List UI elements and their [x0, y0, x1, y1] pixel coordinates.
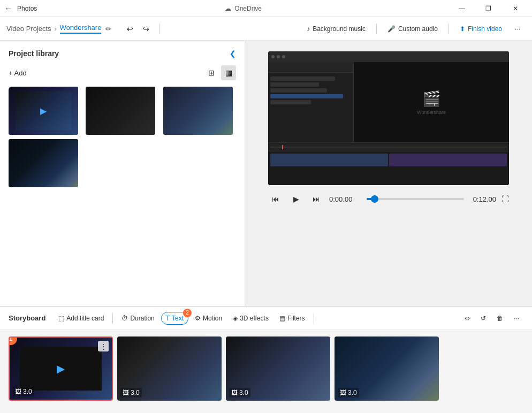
storyboard-toolbar: Storyboard ⬚ Add title card ⏱ Duration T…: [0, 307, 532, 330]
video-preview: 🎬 Wondershare: [268, 51, 509, 185]
music-icon: ♪: [307, 25, 310, 33]
media-thumbnail: [163, 87, 233, 135]
cloud-icon: ☁: [225, 5, 231, 12]
duration-button[interactable]: ⏱ Duration: [117, 312, 158, 324]
play-button[interactable]: ▶: [288, 192, 303, 206]
storyboard-duration-2: 🖼 3.0: [120, 388, 142, 397]
window-controls[interactable]: — ❐ ✕: [450, 0, 528, 17]
media-thumbnail: [9, 139, 78, 187]
rotate-button[interactable]: ↺: [476, 312, 490, 324]
delete-button[interactable]: 🗑: [492, 312, 507, 324]
storyboard-more-button[interactable]: ···: [510, 312, 523, 324]
background-music-label: Background music: [313, 25, 366, 33]
storyboard-title: Storyboard: [9, 314, 45, 322]
skip-forward-button[interactable]: ⏭: [309, 192, 324, 206]
storyboard-item-1[interactable]: ▶ 1 🖼 3.0 ⋮: [9, 336, 113, 401]
custom-audio-label: Custom audio: [398, 25, 438, 33]
text-icon: T: [166, 315, 170, 322]
finish-video-button[interactable]: ⬆ Finish video: [454, 23, 507, 35]
maximize-button[interactable]: ❐: [476, 0, 501, 17]
duration-icon: 🖼: [15, 388, 21, 395]
breadcrumb-separator: ›: [55, 25, 57, 33]
text-label: Text: [172, 315, 184, 322]
add-title-card-label: Add title card: [66, 315, 104, 322]
text-button-wrap: T Text 2: [161, 312, 188, 325]
filters-button[interactable]: ▤ Filters: [275, 312, 309, 324]
storyboard-item-menu-1[interactable]: ⋮: [98, 341, 109, 351]
storyboard-duration-4: 🖼 3.0: [338, 388, 359, 397]
duration-label: Duration: [130, 315, 154, 322]
media-thumbnail: ▶: [9, 87, 78, 135]
onedrive-area: ☁ OneDrive: [225, 5, 262, 12]
app-title: Photos: [17, 5, 37, 12]
seek-bar[interactable]: [367, 198, 464, 200]
collapse-button[interactable]: ❮: [230, 49, 236, 58]
minimize-button[interactable]: —: [450, 0, 474, 17]
breadcrumb-wondershare[interactable]: Wondershare: [60, 24, 102, 34]
media-grid: ▶: [9, 87, 236, 187]
duration-icon: ⏱: [121, 315, 128, 322]
text-badge: 2: [183, 309, 192, 317]
split-icon: ⇔: [465, 315, 470, 322]
undo-button[interactable]: ↩: [123, 21, 138, 36]
more-options-icon: ···: [514, 315, 519, 322]
duration-value: 3.0: [23, 388, 32, 395]
trash-icon: 🗑: [497, 315, 503, 322]
storyboard-item-4[interactable]: 🖼 3.0: [335, 336, 439, 401]
media-item[interactable]: [86, 87, 155, 135]
storyboard-item-2[interactable]: 🖼 3.0: [117, 336, 222, 401]
media-item[interactable]: [9, 139, 78, 187]
current-time: 0:00.00: [329, 195, 361, 203]
custom-audio-button[interactable]: 🎤 Custom audio: [382, 23, 443, 35]
list-view-button[interactable]: ▦: [221, 65, 236, 80]
toolbar-divider-1: [159, 24, 159, 34]
rotate-icon: ↺: [481, 315, 486, 322]
redo-button[interactable]: ↪: [139, 21, 154, 36]
media-item[interactable]: [163, 87, 233, 135]
back-arrow-icon[interactable]: ←: [4, 4, 13, 13]
onedrive-label: OneDrive: [234, 5, 262, 12]
seek-thumb[interactable]: [371, 195, 378, 203]
duration-icon: 🖼: [340, 389, 346, 396]
split-button[interactable]: ⇔: [460, 312, 474, 324]
filters-label: Filters: [287, 315, 305, 322]
filters-icon: ▤: [279, 315, 285, 322]
duration-value: 3.0: [239, 389, 248, 396]
end-time: 0:12.00: [469, 195, 496, 203]
close-button[interactable]: ✕: [503, 0, 528, 17]
media-item[interactable]: ▶: [9, 87, 78, 135]
duration-icon: 🖼: [231, 389, 238, 396]
duration-value: 3.0: [131, 389, 140, 396]
add-media-button[interactable]: + Add: [9, 69, 27, 77]
effects-icon: ◈: [233, 315, 238, 322]
project-library-panel: Project library ❮ + Add ⊞ ▦ ▶: [0, 41, 245, 306]
panel-header: Project library ❮: [9, 49, 236, 58]
storyboard-divider-2: [314, 313, 314, 324]
add-title-card-button[interactable]: ⬚ Add title card: [54, 312, 108, 324]
main-content: Project library ❮ + Add ⊞ ▦ ▶: [0, 41, 532, 306]
motion-label: Motion: [203, 315, 222, 322]
undo-redo-group: ↩ ↪: [123, 21, 154, 36]
fullscreen-button[interactable]: ⛶: [501, 195, 509, 203]
breadcrumb-video-projects[interactable]: Video Projects: [6, 25, 51, 33]
breadcrumb: Video Projects › Wondershare ✏: [6, 24, 112, 34]
grid-view-button[interactable]: ⊞: [204, 65, 219, 80]
title-card-icon: ⬚: [58, 315, 64, 322]
storyboard-item-3[interactable]: 🖼 3.0: [226, 336, 330, 401]
storyboard-panel: Storyboard ⬚ Add title card ⏱ Duration T…: [0, 306, 532, 413]
duration-value: 3.0: [348, 389, 357, 396]
background-music-button[interactable]: ♪ Background music: [301, 23, 371, 35]
skip-back-button[interactable]: ⏮: [268, 192, 283, 206]
toolbar-divider-3: [449, 24, 449, 34]
more-options-button[interactable]: ···: [510, 23, 526, 35]
video-preview-panel: 🎬 Wondershare: [245, 41, 532, 306]
toolbar-divider-2: [376, 24, 377, 34]
motion-icon: ⚙: [195, 315, 201, 322]
3d-effects-label: 3D effects: [240, 315, 269, 322]
storyboard-duration-3: 🖼 3.0: [229, 388, 250, 397]
video-frame: 🎬 Wondershare: [268, 51, 509, 185]
edit-title-icon[interactable]: ✏: [105, 25, 112, 33]
3d-effects-button[interactable]: ◈ 3D effects: [229, 312, 273, 324]
motion-button[interactable]: ⚙ Motion: [191, 312, 226, 324]
storyboard-duration-1: 🖼 3.0: [13, 387, 34, 396]
